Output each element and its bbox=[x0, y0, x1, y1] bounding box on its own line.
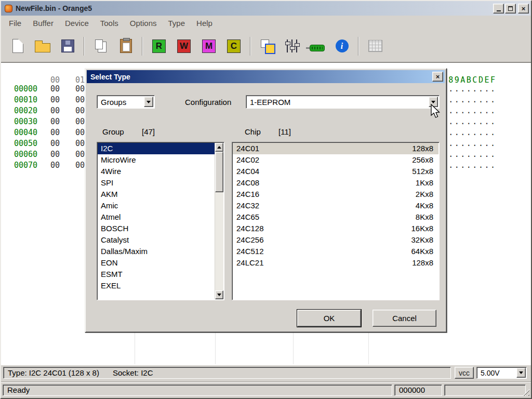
chip-name: 24C128 bbox=[236, 223, 264, 234]
info-button[interactable]: i bbox=[329, 34, 354, 58]
voltage-select[interactable]: 5.00V bbox=[476, 367, 527, 379]
group-name: Amic bbox=[101, 201, 118, 210]
c-button[interactable]: C bbox=[221, 34, 246, 58]
chip-list-item[interactable]: 24C16 2Kx8 bbox=[233, 189, 438, 200]
chip-name: 24C01 bbox=[236, 143, 259, 154]
sliders-icon bbox=[285, 39, 299, 53]
hex-address: 00040 bbox=[14, 128, 37, 137]
menu-item[interactable]: Type bbox=[163, 17, 191, 29]
new-file-button[interactable] bbox=[5, 34, 30, 58]
vcc-button[interactable]: vcc bbox=[455, 367, 474, 379]
ok-button[interactable]: OK bbox=[297, 310, 361, 327]
paste-icon bbox=[120, 39, 132, 53]
group-list-item[interactable]: 4Wire bbox=[98, 166, 215, 177]
group-list-item[interactable]: BOSCH bbox=[98, 223, 215, 234]
group-name: ESMT bbox=[101, 270, 123, 278]
group-list-item[interactable]: Catalyst bbox=[98, 234, 215, 246]
chip-name: 24C04 bbox=[236, 166, 259, 177]
scroll-down-button[interactable] bbox=[215, 290, 223, 299]
voltage-dropdown-button[interactable] bbox=[516, 368, 526, 378]
menu-item[interactable]: Buffer bbox=[27, 17, 59, 29]
menu-item[interactable]: File bbox=[3, 17, 27, 29]
menu-item[interactable]: Help bbox=[191, 17, 218, 29]
close-button[interactable]: × bbox=[518, 4, 529, 14]
copy-button[interactable] bbox=[88, 34, 113, 58]
type-status-panel: Type: I2C 24C01 (128 x 8)Socket: I2C bbox=[3, 367, 451, 379]
read-button[interactable]: R bbox=[147, 34, 171, 58]
dialog-close-button[interactable]: × bbox=[432, 72, 443, 82]
menu-item[interactable]: Options bbox=[124, 17, 163, 29]
group-count: [47] bbox=[142, 127, 155, 136]
group-list-item[interactable]: Dallas/Maxim bbox=[98, 246, 215, 257]
chip-name: 24C512 bbox=[236, 246, 264, 257]
chip-size: 512x8 bbox=[412, 166, 433, 177]
group-list-item[interactable]: ESMT bbox=[98, 269, 215, 280]
chip-list-item[interactable]: 24LC21 128x8 bbox=[233, 257, 438, 269]
info-icon: i bbox=[336, 39, 349, 52]
toolbar-separator bbox=[250, 37, 251, 56]
open-folder-icon bbox=[35, 43, 50, 52]
chip-list-item[interactable]: 24C512 64Kx8 bbox=[233, 246, 438, 257]
chip-name: 24C16 bbox=[236, 189, 259, 200]
group-list-item[interactable]: MicroWire bbox=[98, 154, 215, 166]
group-name: Atmel bbox=[101, 212, 121, 221]
configuration-label: Configuration bbox=[185, 98, 231, 107]
dialog-title: Select Type bbox=[90, 73, 432, 81]
table-button[interactable] bbox=[363, 34, 388, 58]
chip-size: 128x8 bbox=[412, 143, 433, 154]
chip-size: 128x8 bbox=[412, 257, 433, 269]
group-scrollbar[interactable] bbox=[215, 143, 223, 299]
c-letter-icon: C bbox=[227, 39, 241, 53]
cancel-button[interactable]: Cancel bbox=[373, 310, 436, 327]
chip-list-item[interactable]: 24C01 128x8 bbox=[233, 143, 438, 154]
scrollbar-thumb[interactable] bbox=[215, 152, 223, 192]
minimize-button[interactable] bbox=[493, 4, 504, 14]
chevron-down-icon bbox=[519, 371, 523, 376]
chip-size: 32Kx8 bbox=[411, 234, 433, 246]
chip-list-item[interactable]: 24C08 1Kx8 bbox=[233, 177, 438, 189]
maximize-icon bbox=[508, 6, 513, 11]
open-file-button[interactable] bbox=[30, 34, 55, 58]
save-file-button[interactable] bbox=[55, 34, 80, 58]
menu-item[interactable]: Tools bbox=[95, 17, 124, 29]
ready-text: Ready bbox=[7, 385, 30, 394]
arrow-down-icon bbox=[217, 294, 221, 298]
chip-size: 16Kx8 bbox=[411, 223, 433, 234]
group-list-item[interactable]: AKM bbox=[98, 189, 215, 200]
m-button[interactable]: M bbox=[196, 34, 221, 58]
hex-address: 00050 bbox=[14, 139, 37, 148]
group-list-item[interactable]: SPI bbox=[98, 177, 215, 189]
view-mode-dropdown-button[interactable] bbox=[144, 97, 153, 107]
group-list-item[interactable]: EXEL bbox=[98, 280, 215, 291]
menu-item[interactable]: Device bbox=[59, 17, 95, 29]
chip-name: 24C65 bbox=[236, 211, 259, 223]
maximize-button[interactable] bbox=[505, 4, 516, 14]
group-list-item[interactable]: Amic bbox=[98, 200, 215, 211]
chip-list-item[interactable]: 24C32 4Kx8 bbox=[233, 200, 438, 211]
mouse-cursor bbox=[430, 104, 442, 119]
hex-address: 00030 bbox=[14, 117, 37, 126]
scroll-up-button[interactable] bbox=[215, 143, 223, 152]
paste-button[interactable] bbox=[113, 34, 138, 58]
group-name: EXEL bbox=[101, 281, 121, 290]
group-label: Group bbox=[102, 127, 124, 136]
group-name: SPI bbox=[101, 178, 113, 187]
chip-list-item[interactable]: 24C65 8Kx8 bbox=[233, 211, 438, 223]
settings-button[interactable] bbox=[280, 34, 304, 58]
chip-list-item[interactable]: 24C04 512x8 bbox=[233, 166, 438, 177]
chip-name: 24C02 bbox=[236, 154, 259, 166]
save-floppy-icon bbox=[61, 39, 74, 52]
chip-button[interactable] bbox=[255, 34, 280, 58]
chip-list-item[interactable]: 24C256 32Kx8 bbox=[233, 234, 438, 246]
configuration-select[interactable]: 1-EEPROM bbox=[246, 95, 440, 109]
toolbar-separator bbox=[142, 37, 143, 56]
group-list-item[interactable]: Atmel bbox=[98, 211, 215, 223]
write-button[interactable]: W bbox=[171, 34, 196, 58]
view-mode-select[interactable]: Groups bbox=[97, 95, 155, 109]
connector-button[interactable] bbox=[304, 34, 329, 58]
chip-list-item[interactable]: 24C02 256x8 bbox=[233, 154, 438, 166]
group-list-item[interactable]: I2C bbox=[98, 143, 215, 154]
group-list-item[interactable]: EON bbox=[98, 257, 215, 269]
chip-size: 4Kx8 bbox=[416, 200, 433, 211]
chip-list-item[interactable]: 24C128 16Kx8 bbox=[233, 223, 438, 234]
